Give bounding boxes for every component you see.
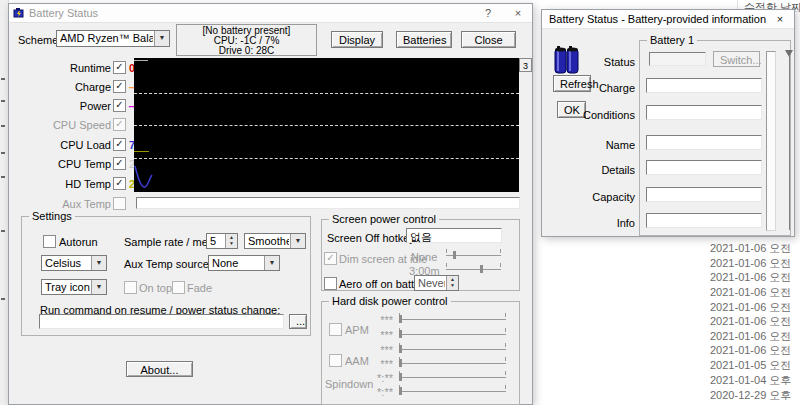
slider-thumb	[399, 387, 402, 395]
scheme-select[interactable]: AMD Ryzen™ Balanced ▼	[56, 30, 170, 47]
date-cell[interactable]: 2020-12-29 오후	[710, 388, 791, 403]
tray-value: Tray icon	[45, 281, 90, 293]
vertical-slider-thumb[interactable]	[785, 50, 793, 57]
series-checkbox[interactable]	[113, 177, 126, 190]
date-cell[interactable]: 2021-01-06 오전	[710, 285, 791, 300]
hdd-slider	[399, 328, 506, 339]
series-checkbox[interactable]	[113, 61, 126, 74]
slider-tick	[500, 249, 501, 253]
slider-thumb[interactable]	[453, 251, 456, 259]
slider-track	[399, 349, 506, 350]
on-top-label: On top	[139, 282, 172, 294]
battery-info-titlebar[interactable]: Battery Status - Battery-provided inform…	[542, 10, 794, 29]
main-titlebar[interactable]: Battery Status ? ×	[9, 4, 532, 23]
close-button[interactable]: Close	[461, 31, 516, 48]
slider-tick	[446, 263, 447, 267]
aam-checkbox	[329, 354, 342, 367]
autorun-checkbox[interactable]	[43, 235, 56, 248]
info-label: Info	[570, 217, 635, 229]
clipped-text-fragment	[1, 230, 5, 232]
fade-checkbox	[172, 281, 185, 294]
aero-value: Never	[418, 277, 445, 289]
date-cell[interactable]: 2021-01-04 오후	[710, 373, 791, 388]
cpu-temp-trace	[134, 60, 148, 61]
chevron-down-icon[interactable]: ▼	[91, 280, 106, 294]
help-button[interactable]: ?	[480, 6, 496, 20]
unit-select[interactable]: Celsius ▼	[41, 255, 107, 271]
screen-power-group-label: Screen power control	[329, 213, 439, 225]
date-cell[interactable]: 2021-01-06 오전	[710, 343, 791, 358]
unit-value: Celsius	[45, 257, 90, 269]
series-checkbox[interactable]	[113, 99, 126, 112]
tray-select[interactable]: Tray icon ▼	[41, 279, 107, 295]
graph-badge: 3	[519, 58, 532, 72]
date-cell[interactable]: 2021-01-06 오전	[710, 300, 791, 315]
series-checkbox[interactable]	[113, 80, 126, 93]
aero-spinner[interactable]: Never ▲▼	[414, 275, 459, 291]
display-button[interactable]: Display	[331, 31, 383, 48]
chevron-down-icon[interactable]: ▼	[154, 31, 169, 46]
battery-info-title: Battery Status - Battery-provided inform…	[549, 13, 766, 25]
apm-checkbox	[329, 323, 342, 336]
date-cell[interactable]: 2021-01-06 오전	[710, 270, 791, 285]
aux-source-label: Aux Temp source	[124, 258, 209, 270]
spinner-arrows-icon[interactable]: ▲▼	[225, 234, 237, 248]
sample-rate-spinner[interactable]: 5 ▲▼	[206, 233, 238, 249]
status-field	[649, 52, 706, 66]
screen-off-hotkey-input[interactable]: 없음	[406, 228, 502, 243]
aero-off-checkbox[interactable]	[324, 277, 337, 290]
hdd-slider-value: ***	[351, 314, 393, 326]
date-cell[interactable]: 2021-01-05 오전	[710, 358, 791, 373]
close-window-icon[interactable]: ×	[772, 12, 788, 26]
close-window-icon[interactable]: ×	[510, 6, 526, 20]
chevron-down-icon[interactable]: ▼	[91, 256, 106, 270]
series-checkbox	[113, 197, 126, 210]
clipped-text-fragment	[1, 152, 5, 154]
series-checkbox	[113, 118, 126, 131]
slider-tick	[505, 343, 506, 347]
run-command-input[interactable]	[39, 314, 284, 329]
slider-track	[399, 363, 506, 364]
date-cell[interactable]: 2021-01-06 오전	[710, 256, 791, 271]
slider-thumb	[399, 359, 402, 367]
series-checkbox[interactable]	[113, 138, 126, 151]
slider-track	[399, 391, 506, 392]
vertical-slider[interactable]	[785, 50, 793, 232]
idle-time-slider[interactable]	[446, 263, 501, 274]
chevron-down-icon[interactable]: ▼	[290, 234, 305, 248]
spinner-arrows-icon[interactable]: ▲▼	[446, 276, 458, 290]
series-label: CPU Temp	[29, 158, 111, 170]
slider-thumb	[399, 315, 402, 323]
date-cell[interactable]: 2021-01-06 오전	[710, 329, 791, 344]
slider-track	[399, 319, 506, 320]
browse-button[interactable]: ...	[289, 314, 307, 329]
series-checkbox[interactable]	[113, 157, 126, 170]
vertical-slider-track	[789, 56, 790, 230]
scrollbar[interactable]	[766, 51, 776, 231]
hdd-slider	[399, 357, 506, 368]
autorun-label: Autorun	[59, 236, 98, 248]
slider-tick	[446, 249, 447, 253]
series-label: Charge	[29, 81, 111, 93]
method-select[interactable]: Smoothed ▼	[244, 233, 306, 249]
slider-thumb[interactable]	[480, 265, 483, 273]
capacity-field	[646, 187, 762, 202]
slider-thumb	[399, 373, 402, 381]
dim-value-label: None	[411, 251, 437, 263]
about-button[interactable]: About...	[126, 361, 193, 377]
details-field	[646, 160, 762, 175]
screen-off-hotkey-label: Screen Off hotkey	[327, 232, 415, 244]
clipped-text-fragment	[1, 125, 5, 127]
chevron-down-icon[interactable]: ▼	[264, 256, 279, 270]
aux-source-select[interactable]: None ▼	[208, 255, 280, 271]
details-label: Details	[570, 164, 635, 176]
slider-tick	[505, 357, 506, 361]
date-cell[interactable]: 2021-01-06 오전	[710, 314, 791, 329]
dim-slider[interactable]	[446, 249, 501, 260]
battery-info-window: Battery Status - Battery-provided inform…	[541, 9, 795, 237]
date-cell[interactable]: 2021-01-06 오전	[710, 241, 791, 256]
hdd-slider-value: ***	[351, 358, 393, 370]
hd-temp-trace	[134, 151, 149, 152]
conditions-label: Conditions	[570, 109, 635, 121]
batteries-button[interactable]: Batteries	[396, 31, 452, 48]
